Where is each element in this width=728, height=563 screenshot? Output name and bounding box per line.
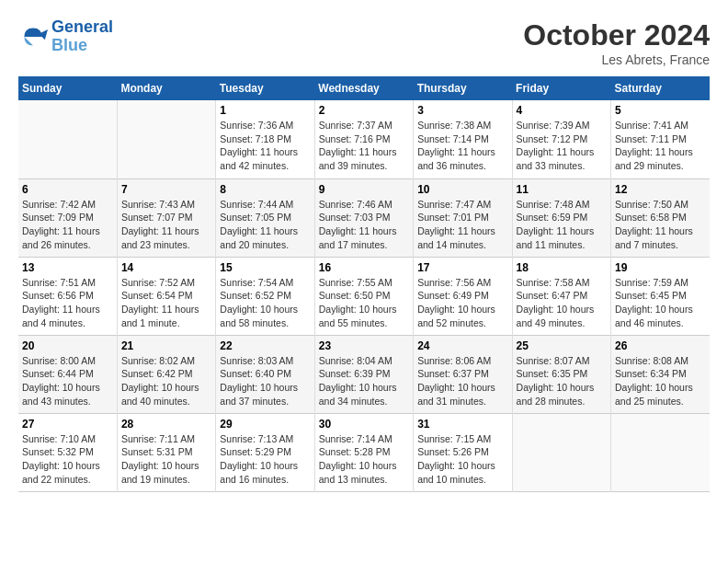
calendar-cell: 7Sunrise: 7:43 AM Sunset: 7:07 PM Daylig… <box>117 178 215 257</box>
calendar-cell <box>611 413 710 491</box>
calendar-cell: 13Sunrise: 7:51 AM Sunset: 6:56 PM Dayli… <box>18 257 117 335</box>
day-detail: Sunrise: 8:06 AM Sunset: 6:37 PM Dayligh… <box>417 354 507 408</box>
day-number: 25 <box>517 339 607 352</box>
calendar-cell: 11Sunrise: 7:48 AM Sunset: 6:59 PM Dayli… <box>512 178 610 257</box>
day-number: 10 <box>417 183 507 196</box>
day-detail: Sunrise: 7:15 AM Sunset: 5:26 PM Dayligh… <box>417 432 507 487</box>
calendar-cell: 26Sunrise: 8:08 AM Sunset: 6:34 PM Dayli… <box>611 335 710 413</box>
day-number: 2 <box>319 104 409 117</box>
calendar-cell: 23Sunrise: 8:04 AM Sunset: 6:39 PM Dayli… <box>314 335 413 413</box>
day-detail: Sunrise: 7:36 AM Sunset: 7:18 PM Dayligh… <box>220 119 310 173</box>
day-detail: Sunrise: 7:48 AM Sunset: 6:59 PM Dayligh… <box>517 198 607 252</box>
calendar-cell <box>117 100 215 178</box>
day-detail: Sunrise: 7:47 AM Sunset: 7:01 PM Dayligh… <box>417 198 507 252</box>
day-number: 4 <box>517 104 607 117</box>
day-number: 17 <box>417 261 507 274</box>
day-detail: Sunrise: 7:11 AM Sunset: 5:31 PM Dayligh… <box>121 432 211 487</box>
page-header: General Blue October 2024 Les Abrets, Fr… <box>18 18 710 67</box>
day-number: 20 <box>22 339 113 352</box>
day-detail: Sunrise: 8:00 AM Sunset: 6:44 PM Dayligh… <box>22 354 113 408</box>
day-number: 19 <box>615 261 706 274</box>
day-number: 27 <box>22 418 113 431</box>
day-detail: Sunrise: 7:55 AM Sunset: 6:50 PM Dayligh… <box>319 276 409 330</box>
calendar-cell: 27Sunrise: 7:10 AM Sunset: 5:32 PM Dayli… <box>18 413 117 491</box>
logo: General Blue <box>18 18 113 55</box>
day-number: 18 <box>517 261 607 274</box>
day-detail: Sunrise: 7:51 AM Sunset: 6:56 PM Dayligh… <box>22 276 113 330</box>
day-detail: Sunrise: 8:07 AM Sunset: 6:35 PM Dayligh… <box>517 354 607 408</box>
calendar-cell: 1Sunrise: 7:36 AM Sunset: 7:18 PM Daylig… <box>216 100 314 178</box>
day-number: 26 <box>615 339 706 352</box>
calendar-cell: 6Sunrise: 7:42 AM Sunset: 7:09 PM Daylig… <box>18 178 117 257</box>
location: Les Abrets, France <box>523 52 710 67</box>
day-detail: Sunrise: 7:39 AM Sunset: 7:12 PM Dayligh… <box>517 119 607 173</box>
col-header-tuesday: Tuesday <box>216 76 314 100</box>
day-number: 15 <box>220 261 310 274</box>
calendar-cell: 20Sunrise: 8:00 AM Sunset: 6:44 PM Dayli… <box>18 335 117 413</box>
day-number: 30 <box>319 418 409 431</box>
day-detail: Sunrise: 7:50 AM Sunset: 6:58 PM Dayligh… <box>615 198 706 252</box>
calendar-cell <box>512 413 610 491</box>
calendar-cell: 29Sunrise: 7:13 AM Sunset: 5:29 PM Dayli… <box>216 413 314 491</box>
calendar-cell: 25Sunrise: 8:07 AM Sunset: 6:35 PM Dayli… <box>512 335 610 413</box>
day-number: 24 <box>417 339 507 352</box>
calendar-cell: 22Sunrise: 8:03 AM Sunset: 6:40 PM Dayli… <box>216 335 314 413</box>
col-header-saturday: Saturday <box>611 76 710 100</box>
calendar-cell: 9Sunrise: 7:46 AM Sunset: 7:03 PM Daylig… <box>314 178 413 257</box>
calendar-week-row: 13Sunrise: 7:51 AM Sunset: 6:56 PM Dayli… <box>18 257 710 335</box>
day-detail: Sunrise: 7:52 AM Sunset: 6:54 PM Dayligh… <box>121 276 211 330</box>
logo-text: General Blue <box>51 18 113 55</box>
day-number: 1 <box>220 104 310 117</box>
calendar-cell: 21Sunrise: 8:02 AM Sunset: 6:42 PM Dayli… <box>117 335 215 413</box>
calendar-cell: 19Sunrise: 7:59 AM Sunset: 6:45 PM Dayli… <box>611 257 710 335</box>
calendar-header-row: SundayMondayTuesdayWednesdayThursdayFrid… <box>18 76 710 100</box>
day-number: 22 <box>220 339 310 352</box>
calendar-cell: 3Sunrise: 7:38 AM Sunset: 7:14 PM Daylig… <box>414 100 512 178</box>
day-number: 3 <box>417 104 507 117</box>
calendar-week-row: 1Sunrise: 7:36 AM Sunset: 7:18 PM Daylig… <box>18 100 710 178</box>
day-detail: Sunrise: 7:13 AM Sunset: 5:29 PM Dayligh… <box>220 432 310 487</box>
calendar-cell: 31Sunrise: 7:15 AM Sunset: 5:26 PM Dayli… <box>414 413 512 491</box>
calendar-cell: 8Sunrise: 7:44 AM Sunset: 7:05 PM Daylig… <box>216 178 314 257</box>
col-header-friday: Friday <box>512 76 610 100</box>
day-detail: Sunrise: 7:46 AM Sunset: 7:03 PM Dayligh… <box>319 198 409 252</box>
day-number: 5 <box>615 104 706 117</box>
day-number: 7 <box>121 183 211 196</box>
day-detail: Sunrise: 7:38 AM Sunset: 7:14 PM Dayligh… <box>417 119 507 173</box>
calendar-cell: 12Sunrise: 7:50 AM Sunset: 6:58 PM Dayli… <box>611 178 710 257</box>
logo-icon <box>18 22 48 52</box>
day-number: 16 <box>319 261 409 274</box>
day-number: 8 <box>220 183 310 196</box>
calendar-cell: 24Sunrise: 8:06 AM Sunset: 6:37 PM Dayli… <box>414 335 512 413</box>
col-header-thursday: Thursday <box>414 76 512 100</box>
day-detail: Sunrise: 7:14 AM Sunset: 5:28 PM Dayligh… <box>319 432 409 487</box>
day-number: 13 <box>22 261 113 274</box>
col-header-sunday: Sunday <box>18 76 117 100</box>
month-title: October 2024 <box>523 18 710 52</box>
calendar-cell: 15Sunrise: 7:54 AM Sunset: 6:52 PM Dayli… <box>216 257 314 335</box>
day-number: 6 <box>22 183 113 196</box>
day-detail: Sunrise: 7:43 AM Sunset: 7:07 PM Dayligh… <box>121 198 211 252</box>
day-detail: Sunrise: 7:10 AM Sunset: 5:32 PM Dayligh… <box>22 432 113 487</box>
calendar-cell: 17Sunrise: 7:56 AM Sunset: 6:49 PM Dayli… <box>414 257 512 335</box>
day-detail: Sunrise: 7:42 AM Sunset: 7:09 PM Dayligh… <box>22 198 113 252</box>
day-detail: Sunrise: 7:37 AM Sunset: 7:16 PM Dayligh… <box>319 119 409 173</box>
day-detail: Sunrise: 8:02 AM Sunset: 6:42 PM Dayligh… <box>121 354 211 408</box>
calendar-cell: 30Sunrise: 7:14 AM Sunset: 5:28 PM Dayli… <box>314 413 413 491</box>
day-number: 14 <box>121 261 211 274</box>
day-detail: Sunrise: 8:03 AM Sunset: 6:40 PM Dayligh… <box>220 354 310 408</box>
day-number: 29 <box>220 418 310 431</box>
calendar-week-row: 6Sunrise: 7:42 AM Sunset: 7:09 PM Daylig… <box>18 178 710 257</box>
day-detail: Sunrise: 7:59 AM Sunset: 6:45 PM Dayligh… <box>615 276 706 330</box>
title-block: October 2024 Les Abrets, France <box>523 18 710 67</box>
calendar-cell <box>18 100 117 178</box>
day-number: 11 <box>517 183 607 196</box>
calendar-cell: 28Sunrise: 7:11 AM Sunset: 5:31 PM Dayli… <box>117 413 215 491</box>
day-detail: Sunrise: 8:08 AM Sunset: 6:34 PM Dayligh… <box>615 354 706 408</box>
day-detail: Sunrise: 7:44 AM Sunset: 7:05 PM Dayligh… <box>220 198 310 252</box>
calendar-cell: 5Sunrise: 7:41 AM Sunset: 7:11 PM Daylig… <box>611 100 710 178</box>
calendar-cell: 10Sunrise: 7:47 AM Sunset: 7:01 PM Dayli… <box>414 178 512 257</box>
day-number: 31 <box>417 418 507 431</box>
day-number: 21 <box>121 339 211 352</box>
day-number: 9 <box>319 183 409 196</box>
